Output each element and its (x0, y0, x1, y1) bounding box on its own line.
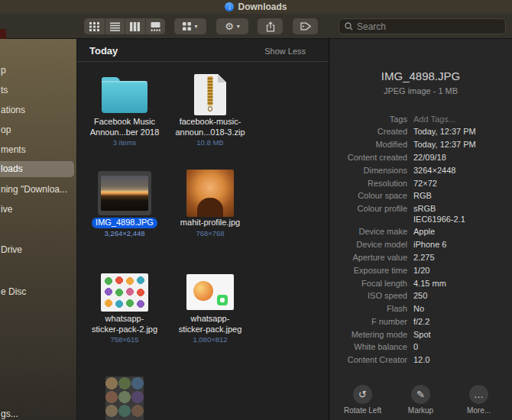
quick-action-button[interactable]: … More... (450, 385, 508, 415)
metadata-value: 250 (413, 291, 427, 302)
file-card-img-4898-selected[interactable]: IMG_4898.JPG 3,264×2,448 (82, 169, 167, 237)
share-button[interactable] (258, 18, 283, 34)
sidebar-item-downloads-selected[interactable]: loads (0, 161, 74, 177)
sidebar-item[interactable]: Drive (0, 242, 76, 258)
show-less-link[interactable]: Show Less (264, 47, 306, 56)
group-by-button[interactable]: ▾ (174, 18, 206, 34)
metadata-label: Tags (329, 115, 407, 125)
quick-action-button[interactable]: ✎ Markup (392, 385, 450, 415)
file-detail: 3,264×2,448 (82, 229, 167, 237)
file-card-partial[interactable] (82, 376, 167, 420)
metadata-label: Content Creator (329, 355, 407, 366)
metadata-row: Dimensions 3264×2448 (329, 164, 512, 177)
metadata-label: Created (329, 127, 407, 137)
sidebar-item[interactable]: ning "Downloa... (0, 182, 76, 198)
chevron-down-icon: ▾ (194, 24, 197, 30)
metadata-label: Focal length (329, 279, 407, 289)
metadata-value: sRGB IEC61966-2.1 (413, 204, 465, 225)
file-name: whatsapp-sticker-pack-2.jpg (82, 314, 167, 334)
metadata-label: ISO speed (329, 291, 407, 302)
column-view-button[interactable] (125, 18, 145, 34)
metadata-row: Colour space RGB (329, 190, 512, 203)
sidebar-item[interactable]: p (0, 63, 76, 79)
zipper (208, 76, 213, 105)
file-name: mahit-profile.jpg (167, 218, 253, 228)
tag-button[interactable] (293, 18, 318, 34)
collage-photo-thumbnail (105, 376, 144, 420)
toolbar: ▾ ⚙ ▾ (0, 14, 512, 39)
page-fold (218, 74, 226, 82)
file-detail: 768×768 (167, 229, 253, 237)
metadata-list: Tags Add Tags... Created Today, 12:37 PM… (329, 113, 512, 367)
gallery-view-button[interactable] (145, 18, 166, 34)
group-header-today: Today (89, 45, 118, 57)
search-input[interactable] (357, 21, 500, 32)
metadata-label: Device make (329, 227, 407, 237)
action-menu-button[interactable]: ⚙ ▾ (216, 18, 248, 34)
metadata-label: Dimensions (329, 166, 407, 176)
profile-photo-thumbnail (186, 170, 234, 217)
title-bar[interactable]: ↓ Downloads (0, 0, 512, 14)
metadata-label: Aperture value (329, 253, 407, 263)
file-name: IMG_4898.JPG (82, 218, 167, 228)
file-name: whatsapp-sticker-pack.jpeg (167, 314, 253, 334)
whatsapp-sticker-thumbnail (186, 274, 234, 310)
list-view-button[interactable] (105, 18, 125, 34)
background-window-fragment (0, 29, 6, 39)
metadata-label: Metering mode (329, 330, 407, 341)
search-icon (345, 22, 353, 31)
window-title: Downloads (238, 2, 287, 12)
metadata-value: Apple (413, 227, 435, 237)
down-arrow-glyph: ↓ (228, 3, 232, 11)
file-card-whatsapp-sticker-pack[interactable]: whatsapp-sticker-pack.jpeg 1,080×812 (167, 270, 253, 344)
icon-view-button[interactable] (84, 18, 105, 34)
gallery-view-icon (151, 22, 160, 31)
quick-action-label: Rotate Left (344, 406, 381, 415)
metadata-row: Tags Add Tags... (329, 113, 512, 126)
metadata-row: Device make Apple (329, 226, 512, 239)
metadata-value: Today, 12:37 PM (413, 127, 476, 137)
quick-actions: ↺ Rotate Left ✎ Markup … More... (329, 385, 512, 415)
sidebar-item[interactable]: ments (0, 142, 76, 158)
sidebar-item[interactable]: ive (0, 202, 76, 218)
file-detail: 10.8 MB (167, 138, 253, 147)
file-card-mahit-profile[interactable]: mahit-profile.jpg 768×768 (167, 169, 253, 237)
chevron-down-icon: ▾ (237, 24, 240, 30)
quick-action-icon: … (469, 385, 488, 404)
metadata-row: Aperture value 2.275 (329, 251, 512, 264)
file-card-facebook-music-folder[interactable]: Facebook MusicAnnoun...ber 2018 3 items (82, 73, 167, 147)
file-card-whatsapp-sticker-pack-2[interactable]: whatsapp-sticker-pack-2.jpg 758×615 (82, 270, 167, 344)
file-detail: 3 items (82, 138, 167, 147)
sidebar-item[interactable]: ations (0, 102, 76, 118)
sidebar-item[interactable]: op (0, 122, 76, 138)
file-detail: 758×615 (82, 335, 167, 344)
metadata-row: White balance 0 (329, 341, 512, 354)
sidebar-item[interactable]: ts (0, 82, 76, 99)
metadata-value: 1/20 (413, 266, 429, 276)
metadata-value: 72×72 (413, 179, 437, 189)
metadata-value: Spot (413, 330, 431, 341)
metadata-value: Today, 12:37 PM (413, 140, 476, 150)
zip-file-icon (194, 74, 226, 115)
sticker-grid-thumbnail (101, 273, 148, 312)
gear-icon: ⚙ (225, 21, 234, 31)
metadata-row: Focal length 4.15 mm (329, 277, 512, 290)
preview-file-subtitle: JPEG image - 1 MB (329, 86, 512, 95)
metadata-row: Exposure time 1/20 (329, 264, 512, 277)
quick-action-button[interactable]: ↺ Rotate Left (334, 385, 392, 415)
quick-action-icon: ↺ (353, 385, 372, 404)
file-detail: 1,080×812 (167, 335, 253, 344)
sidebar-item[interactable]: gs... (0, 406, 76, 420)
search-field[interactable] (339, 18, 506, 34)
file-card-facebook-music-zip[interactable]: facebook-music-announ...018-3.zip 10.8 M… (167, 73, 253, 147)
metadata-value: 12.0 (413, 355, 429, 366)
preview-file-title: IMG_4898.JPG (329, 69, 512, 82)
preview-pane: IMG_4898.JPG JPEG image - 1 MB Tags Add … (329, 39, 512, 420)
sidebar-item[interactable]: e Disc (0, 284, 76, 300)
metadata-label: Resolution (329, 179, 407, 189)
metadata-row: Modified Today, 12:37 PM (329, 139, 512, 152)
tag-icon (300, 22, 311, 31)
grid-view-icon (89, 22, 99, 31)
metadata-value: 4.15 mm (413, 279, 446, 289)
metadata-row: F number f/2.2 (329, 315, 512, 328)
